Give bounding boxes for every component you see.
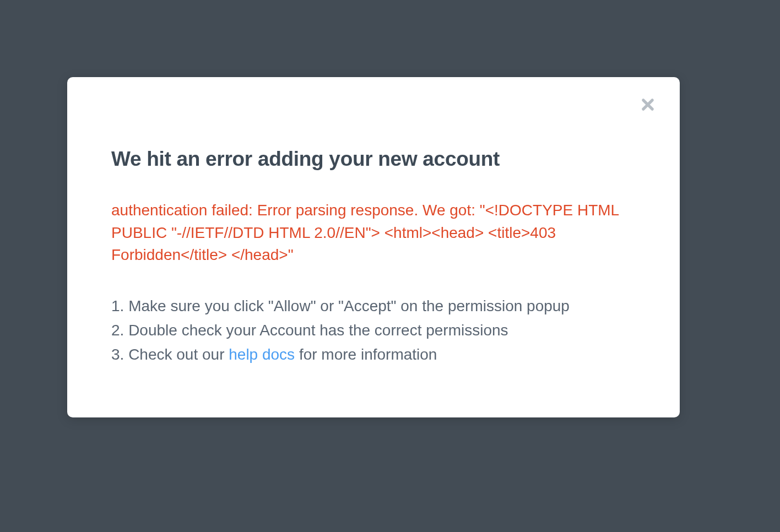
step-item: Check out our help docs for more informa…	[111, 343, 636, 367]
steps-list: Make sure you click "Allow" or "Accept" …	[111, 294, 636, 367]
step-text: Check out our	[128, 346, 229, 363]
error-message: authentication failed: Error parsing res…	[111, 199, 636, 267]
close-button[interactable]	[637, 95, 659, 117]
step-item: Make sure you click "Allow" or "Accept" …	[111, 294, 636, 318]
step-item: Double check your Account has the correc…	[111, 318, 636, 343]
step-text: for more information	[295, 346, 437, 363]
help-docs-link[interactable]: help docs	[229, 346, 295, 363]
error-modal: We hit an error adding your new account …	[67, 77, 680, 417]
close-icon	[640, 97, 656, 115]
modal-title: We hit an error adding your new account	[111, 148, 636, 171]
